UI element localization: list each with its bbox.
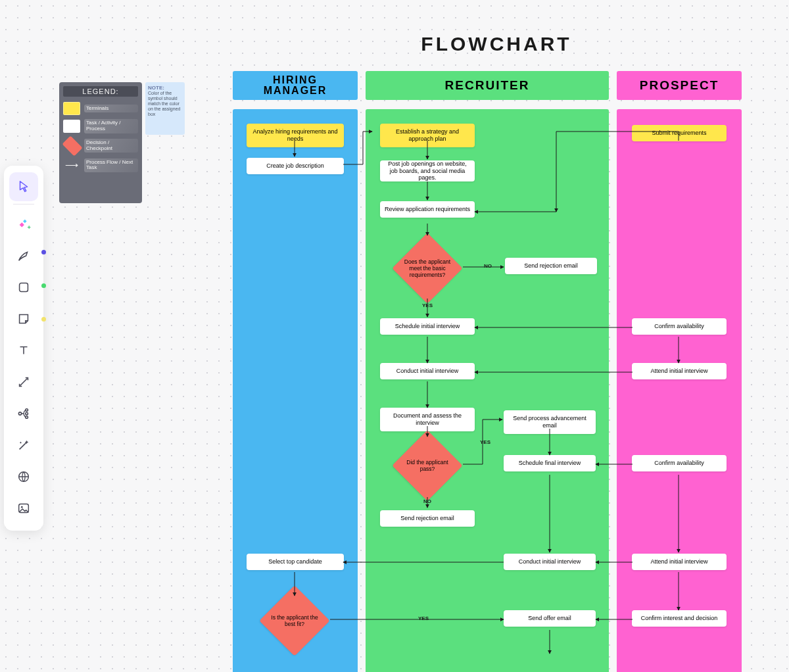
node-process[interactable]: Create job description — [247, 158, 344, 174]
globe-icon — [16, 469, 31, 484]
node-terminal[interactable]: Establish a strategy and approach plan — [380, 124, 475, 147]
node-process[interactable]: Send rejection email — [380, 510, 475, 527]
node-process[interactable]: Schedule initial interview — [380, 318, 475, 335]
pen-icon — [16, 249, 31, 263]
tool-sticky[interactable] — [9, 304, 38, 333]
legend-row-flow: ⟶ Process Flow / Next Task — [63, 158, 138, 173]
node-process[interactable]: Confirm interest and decision — [632, 610, 727, 627]
lane-header: HIRING MANAGER — [233, 71, 358, 100]
node-process[interactable]: Send process advancement email — [504, 410, 596, 434]
node-decision[interactable]: Does the applicant meet the basic requir… — [394, 235, 460, 301]
tool-connector[interactable] — [9, 368, 38, 396]
tool-pen[interactable] — [9, 241, 38, 270]
edge-label-no: NO — [484, 263, 492, 269]
connector-icon — [16, 375, 31, 389]
edge-label-yes: YES — [480, 439, 490, 445]
node-process[interactable]: Conduct initial interview — [504, 554, 596, 570]
note-body: Color of the symbol should match the col… — [148, 91, 182, 117]
legend-row-terminal: Terminals — [63, 102, 138, 115]
sparkle-icon: + — [16, 217, 31, 231]
tool-web[interactable] — [9, 462, 38, 491]
node-process[interactable]: Send offer email — [504, 610, 596, 627]
legend-swatch-task — [63, 120, 80, 133]
tool-mindmap[interactable] — [9, 399, 38, 428]
node-process[interactable]: Select top candidate — [247, 554, 344, 570]
node-terminal[interactable]: Analyze hiring requirements and needs — [247, 124, 344, 147]
node-process[interactable]: Confirm availability — [632, 455, 727, 471]
svg-point-3 — [26, 409, 28, 412]
legend-label: Process Flow / Next Task — [84, 158, 138, 173]
node-decision[interactable]: Is the applicant the best fit? — [262, 588, 327, 654]
node-process[interactable]: Document and assess the interview — [380, 408, 475, 431]
node-decision[interactable]: Did the applicant pass? — [394, 433, 460, 498]
legend-card: LEGEND: Terminals Task / Activity / Proc… — [59, 82, 142, 203]
node-process[interactable]: Schedule final interview — [504, 455, 596, 471]
mindmap-icon — [16, 406, 31, 421]
note-heading: NOTE: — [148, 85, 182, 91]
node-process[interactable]: Confirm availability — [632, 318, 727, 335]
legend-note: NOTE: Color of the symbol should match t… — [145, 82, 185, 135]
edge-label-no: NO — [423, 498, 431, 504]
flowchart-canvas[interactable]: FLOWCHART HIRING MANAGER RECRUITER PROSP… — [230, 33, 763, 672]
lane-header: PROSPECT — [617, 71, 742, 100]
tool-color-dots — [41, 250, 46, 322]
legend-arrow-icon: ⟶ — [63, 160, 80, 170]
legend-title: LEGEND: — [63, 86, 138, 97]
side-toolbar: + — [4, 166, 43, 531]
tool-effects[interactable] — [9, 431, 38, 460]
svg-point-2 — [18, 412, 21, 415]
legend-label: Task / Activity / Process — [84, 119, 138, 133]
svg-rect-1 — [20, 283, 28, 292]
sticky-note-icon — [16, 312, 31, 326]
tool-text[interactable] — [9, 336, 38, 365]
svg-text:+: + — [28, 224, 31, 231]
edge-label-yes: YES — [422, 302, 433, 308]
image-icon — [16, 501, 31, 516]
node-process[interactable]: Send rejection email — [505, 258, 597, 274]
legend-row-decision: Decision / Checkpoint — [63, 137, 138, 155]
node-process[interactable]: Review application requirements — [380, 201, 475, 218]
node-process[interactable]: Attend initial interview — [632, 554, 727, 570]
toolbar-separator — [13, 204, 34, 204]
svg-point-5 — [26, 416, 28, 419]
legend-row-task: Task / Activity / Process — [63, 119, 138, 133]
svg-point-4 — [26, 412, 28, 415]
tool-image[interactable] — [9, 494, 38, 523]
text-icon — [16, 343, 31, 358]
legend-swatch-terminal — [63, 102, 80, 115]
square-icon — [16, 280, 31, 295]
node-terminal[interactable]: Submit requirements — [632, 125, 727, 141]
lane-header: RECRUITER — [366, 71, 609, 100]
tool-magic[interactable]: + — [9, 210, 38, 239]
svg-point-8 — [21, 506, 23, 508]
legend-group[interactable]: LEGEND: Terminals Task / Activity / Proc… — [59, 82, 185, 203]
tool-select[interactable] — [9, 172, 38, 201]
node-process[interactable]: Attend initial interview — [632, 363, 727, 379]
edge-label-yes: YES — [418, 615, 429, 621]
legend-swatch-decision — [62, 135, 82, 156]
node-process[interactable]: Post job openings on website, job boards… — [380, 160, 475, 181]
cursor-icon — [16, 180, 31, 194]
node-process[interactable]: Conduct initial interview — [380, 363, 475, 379]
wand-icon — [16, 438, 31, 452]
tool-shape[interactable] — [9, 273, 38, 302]
legend-label: Decision / Checkpoint — [84, 139, 138, 153]
legend-label: Terminals — [84, 105, 138, 113]
flowchart-title: FLOWCHART — [230, 33, 763, 55]
